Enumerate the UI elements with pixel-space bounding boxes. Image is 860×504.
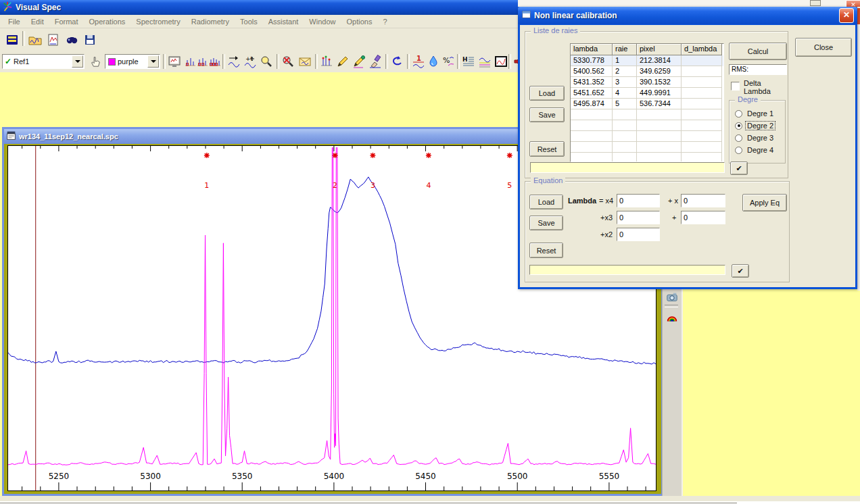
degre-radio-2[interactable]: Degre 2	[735, 121, 775, 130]
table-row[interactable]	[571, 131, 723, 142]
radio-label: Degre 4	[746, 146, 775, 154]
chevron-down-icon[interactable]	[72, 55, 83, 68]
raies-table[interactable]: lambdaraiepixeld_lambda5330.7781212.3814…	[570, 43, 724, 162]
menu-item-tools[interactable]: Tools	[235, 16, 263, 27]
pick-pencil-icon[interactable]	[352, 53, 366, 70]
table-row[interactable]	[571, 142, 723, 153]
equation-reset-button[interactable]: Reset	[529, 243, 563, 258]
radio-icon[interactable]	[735, 110, 742, 118]
erase-brush-icon[interactable]	[368, 53, 383, 70]
table-cell	[637, 153, 682, 162]
browse-files-icon[interactable]	[63, 30, 80, 49]
element-lines-3-icon[interactable]	[208, 53, 222, 70]
element-table-icon[interactable]: H	[461, 53, 476, 70]
table-row[interactable]: 5495.8745536.7344	[571, 99, 723, 109]
raies-save-button[interactable]: Save	[529, 107, 565, 122]
restore-icon[interactable]	[810, 0, 821, 6]
hand-pick-icon[interactable]	[88, 53, 103, 70]
reference-selector[interactable]: ✓ Ref1	[2, 54, 85, 69]
chevron-down-icon[interactable]	[147, 55, 159, 68]
menu-item-[interactable]: ?	[377, 16, 392, 27]
svg-text:5450: 5450	[415, 472, 436, 481]
frame-curve-icon[interactable]	[494, 53, 508, 70]
raies-validate-button[interactable]: ✔	[730, 161, 748, 175]
save-icon[interactable]	[81, 30, 99, 49]
column-header-pixel[interactable]: pixel	[637, 44, 682, 55]
snapshot-icon[interactable]	[665, 291, 679, 304]
separator	[315, 54, 318, 69]
menu-item-file[interactable]: File	[3, 16, 26, 27]
degre-radio-3[interactable]: Degre 3	[735, 133, 775, 143]
x2-coefficient-input[interactable]	[617, 228, 660, 241]
equation-save-button[interactable]: Save	[529, 216, 563, 230]
menu-item-operations[interactable]: Operations	[84, 16, 131, 27]
menu-item-radiometry[interactable]: Radiometry	[186, 16, 235, 27]
equation-status-field[interactable]	[529, 265, 725, 275]
degre-radio-4[interactable]: Degre 4	[735, 145, 775, 155]
shift-curve-icon[interactable]: +t	[243, 53, 258, 70]
close-icon[interactable]: ✕	[839, 8, 854, 23]
normalize-one-icon[interactable]: 1	[411, 53, 426, 70]
overlay-curves-icon[interactable]	[477, 53, 492, 70]
dialog-titlebar[interactable]: Non linear calibration ✕	[518, 7, 857, 24]
menu-item-window[interactable]: Window	[304, 16, 341, 27]
table-row[interactable]: 5400.5622349.6259	[571, 66, 723, 77]
color-selector[interactable]: purple	[105, 54, 160, 69]
palette-icon[interactable]	[665, 311, 679, 324]
menu-item-spectrometry[interactable]: Spectrometry	[130, 16, 185, 27]
equation-validate-button[interactable]: ✔	[732, 264, 749, 278]
table-row[interactable]: 5431.3523390.1532	[571, 77, 723, 88]
nonlinear-calibration-dialog: Non linear calibration ✕ Liste de raies …	[518, 7, 857, 289]
close-button[interactable]: Close	[795, 38, 852, 57]
menu-item-options[interactable]: Options	[341, 16, 377, 27]
open-document-icon[interactable]	[45, 30, 62, 49]
table-row[interactable]: 5451.6524449.9991	[571, 88, 723, 99]
radio-icon[interactable]	[735, 122, 742, 130]
table-cell	[571, 142, 613, 153]
table-row[interactable]	[571, 109, 723, 120]
main-title: Visual Spec	[16, 3, 61, 12]
zoom-reset-icon[interactable]	[281, 53, 295, 70]
table-row[interactable]	[571, 120, 723, 131]
calcul-button[interactable]: Calcul	[729, 43, 787, 60]
const-coefficient-input[interactable]	[681, 211, 725, 224]
raies-load-button[interactable]: Load	[529, 86, 565, 101]
radio-icon[interactable]	[735, 147, 742, 154]
hardcopy-icon[interactable]	[3, 30, 21, 49]
open-profile-icon[interactable]	[26, 30, 44, 49]
column-header-lambda[interactable]: lambda	[571, 44, 613, 55]
raies-status-field[interactable]	[530, 162, 725, 173]
undo-curve-icon[interactable]	[389, 53, 404, 70]
table-row[interactable]	[571, 153, 723, 162]
x3-coefficient-input[interactable]	[617, 211, 660, 224]
delta-lambda-checkbox[interactable]	[731, 82, 740, 91]
column-header-raie[interactable]: raie	[613, 44, 637, 55]
raies-reset-button[interactable]: Reset	[529, 141, 565, 157]
spectrum-window-title: wr134_11sep12_nearcal.spc	[19, 132, 118, 141]
column-header-d_lambda[interactable]: d_lambda	[682, 44, 722, 55]
draw-pencil-icon[interactable]	[335, 53, 350, 70]
table-row[interactable]: 5330.7781212.3814	[571, 55, 723, 66]
x4-coefficient-input[interactable]	[617, 194, 660, 207]
equation-load-button[interactable]: Load	[529, 195, 563, 209]
table-cell	[682, 120, 722, 131]
menu-item-assistant[interactable]: Assistant	[263, 16, 304, 27]
line-markers-icon[interactable]	[319, 53, 334, 70]
degre-radio-1[interactable]: Degre 1	[735, 109, 775, 118]
crt-display-icon[interactable]	[167, 53, 182, 70]
pan-curve-icon[interactable]	[226, 53, 241, 70]
x4-op-label: = x4	[599, 197, 613, 205]
lambda-label: Lambda	[568, 197, 596, 205]
table-cell: 5451.652	[571, 88, 613, 99]
x1-coefficient-input[interactable]	[681, 194, 725, 207]
water-drop-icon[interactable]	[426, 53, 441, 70]
menu-item-edit[interactable]: Edit	[26, 16, 49, 27]
document-icon	[6, 130, 16, 143]
divide-curves-icon[interactable]: %	[441, 53, 456, 70]
radio-icon[interactable]	[735, 134, 742, 142]
zoom-in-icon[interactable]	[259, 53, 274, 70]
apply-eq-button[interactable]: Apply Eq	[742, 194, 787, 211]
separator	[222, 54, 225, 69]
export-curve-icon[interactable]	[297, 53, 312, 70]
menu-item-format[interactable]: Format	[49, 16, 84, 27]
